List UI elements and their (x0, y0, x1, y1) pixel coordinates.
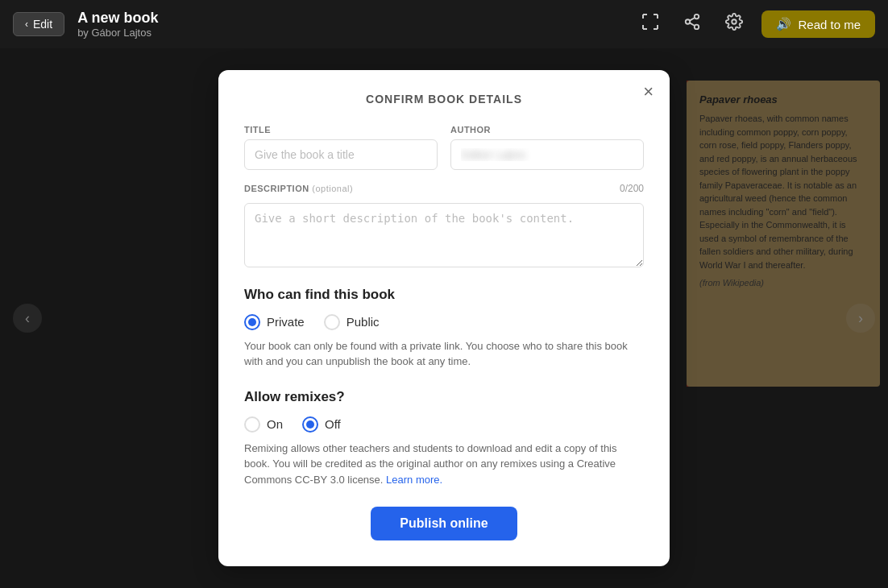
remix-off-label: Off (325, 417, 341, 431)
title-label: TITLE (244, 125, 438, 135)
private-label: Private (267, 315, 305, 329)
remix-on-option[interactable]: On (244, 416, 283, 433)
privacy-radio-group: Private Public (244, 314, 644, 330)
fullscreen-button[interactable] (636, 10, 665, 39)
remix-off-option[interactable]: Off (302, 416, 341, 433)
share-icon (683, 13, 701, 35)
description-counter: 0/200 (620, 183, 644, 194)
publish-online-button[interactable]: Publish online (371, 507, 517, 540)
description-label: DESCRIPTION (optional) (244, 184, 353, 193)
settings-button[interactable] (720, 10, 749, 39)
svg-point-2 (695, 25, 699, 29)
back-chevron-icon: ‹ (25, 19, 28, 30)
author-label: AUTHOR (450, 125, 644, 135)
author-input[interactable] (450, 139, 644, 170)
topbar-actions: 🔊 Read to me (636, 10, 875, 39)
main-content: ‹ › Papaver rhoeas Papaver rhoeas, with … (0, 48, 888, 588)
svg-point-0 (695, 14, 699, 19)
public-option[interactable]: Public (324, 314, 380, 330)
svg-point-1 (686, 19, 691, 24)
title-input[interactable] (244, 139, 438, 170)
svg-line-4 (690, 18, 695, 21)
remix-section: Allow remixes? On Off Remixing allows ot… (244, 389, 644, 488)
svg-point-5 (732, 19, 737, 24)
remix-radio-group: On Off (244, 416, 644, 433)
title-author-row: TITLE AUTHOR (244, 125, 644, 170)
title-group: TITLE (244, 125, 438, 170)
close-icon: × (643, 81, 654, 101)
modal-overlay: × CONFIRM BOOK DETAILS TITLE AUTHOR (0, 48, 888, 588)
description-header: DESCRIPTION (optional) 0/200 (244, 183, 644, 198)
back-button[interactable]: ‹ Edit (13, 12, 64, 36)
back-button-label: Edit (33, 18, 52, 31)
svg-line-3 (690, 23, 695, 26)
privacy-section-title: Who can find this book (244, 287, 644, 303)
author-group: AUTHOR (450, 125, 644, 170)
topbar: ‹ Edit A new book by Gábor Lajtos (0, 0, 888, 48)
remix-helper-text: Remixing allows other teachers and stude… (244, 441, 644, 488)
modal-close-button[interactable]: × (643, 83, 654, 101)
remix-on-radio[interactable] (244, 416, 260, 433)
confirm-book-details-modal: × CONFIRM BOOK DETAILS TITLE AUTHOR (218, 70, 670, 567)
privacy-helper-text: Your book can only be found with a priva… (244, 338, 644, 370)
remix-off-radio[interactable] (302, 416, 318, 433)
gear-icon (725, 13, 743, 35)
book-info: A new book by Gábor Lajtos (77, 10, 158, 39)
fullscreen-icon (641, 13, 659, 35)
book-title: A new book (77, 10, 158, 27)
share-button[interactable] (678, 10, 707, 39)
speaker-icon: 🔊 (776, 17, 791, 31)
privacy-section: Who can find this book Private Public Yo… (244, 287, 644, 370)
modal-header: CONFIRM BOOK DETAILS (244, 93, 644, 106)
description-textarea[interactable] (244, 203, 644, 267)
remix-on-label: On (267, 417, 283, 431)
private-option[interactable]: Private (244, 314, 305, 330)
read-to-me-button[interactable]: 🔊 Read to me (761, 10, 875, 38)
public-label: Public (346, 315, 380, 329)
description-row: DESCRIPTION (optional) 0/200 (244, 183, 644, 271)
description-optional: (optional) (312, 184, 353, 193)
public-radio[interactable] (324, 314, 340, 330)
remix-section-title: Allow remixes? (244, 389, 644, 405)
private-radio[interactable] (244, 314, 260, 330)
learn-more-link[interactable]: Learn more. (386, 474, 442, 486)
read-to-me-label: Read to me (798, 18, 861, 31)
book-author: by Gábor Lajtos (77, 27, 158, 39)
